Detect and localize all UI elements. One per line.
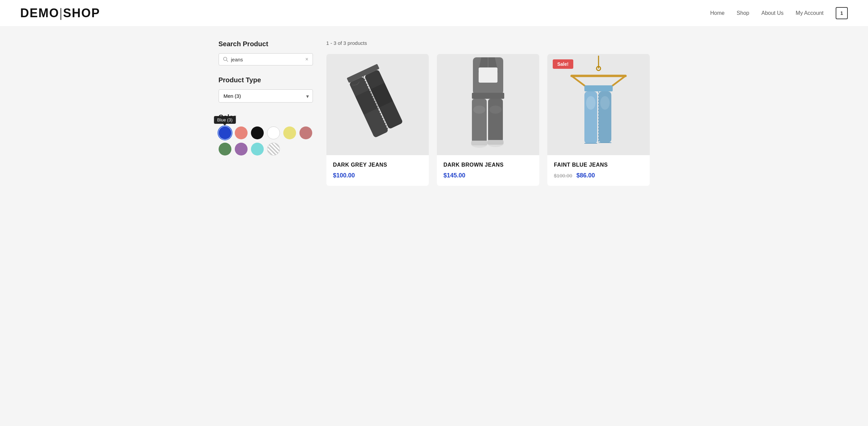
logo-part2: SHOP — [63, 6, 100, 20]
product-info-2: DARK BROWN JEANS $145.00 — [437, 155, 539, 186]
product-type-title: Product Type — [219, 76, 313, 84]
svg-point-13 — [489, 106, 501, 114]
logo[interactable]: DEMO|SHOP — [20, 6, 100, 20]
product-price-wrapper-3: $100.00 $86.00 — [554, 172, 643, 179]
product-price-sale-3: $86.00 — [576, 172, 595, 179]
svg-point-12 — [473, 106, 485, 114]
product-name-2: DARK BROWN JEANS — [443, 162, 532, 168]
svg-rect-10 — [472, 99, 487, 143]
search-input[interactable] — [231, 57, 303, 62]
product-card-2[interactable]: DARK BROWN JEANS $145.00 — [437, 54, 539, 186]
logo-part1: DEMO — [20, 6, 59, 20]
cart-button[interactable]: 1 — [836, 7, 848, 19]
product-info-3: FAINT BLUE JEANS $100.00 $86.00 — [547, 155, 650, 186]
product-card-3[interactable]: Sale! — [547, 54, 650, 186]
svg-rect-9 — [472, 93, 504, 99]
search-icon — [223, 57, 228, 62]
color-swatch-blue[interactable] — [219, 126, 231, 139]
product-type-wrapper: Men (3) Women (0) Kids (0) ▾ — [219, 89, 313, 103]
svg-rect-23 — [584, 85, 613, 91]
cart-count: 1 — [840, 10, 843, 16]
product-type-section: Product Type Men (3) Women (0) Kids (0) … — [219, 76, 313, 103]
search-clear-button[interactable]: × — [305, 56, 308, 62]
color-swatch-teal[interactable] — [251, 143, 264, 155]
search-section: Search Product × — [219, 40, 313, 65]
svg-rect-16 — [471, 141, 487, 145]
logo-pipe: | — [59, 6, 63, 20]
nav: Home Shop About Us My Account 1 — [710, 7, 848, 19]
color-swatch-white[interactable] — [267, 126, 280, 139]
main-layout: Search Product × Product Type Men (3) Wo… — [198, 27, 670, 199]
color-swatch-green[interactable] — [219, 143, 231, 155]
results-count: 1 - 3 of 3 products — [327, 40, 650, 46]
color-swatch-pattern[interactable] — [267, 143, 280, 155]
svg-rect-11 — [488, 99, 503, 142]
product-image-2 — [437, 54, 539, 155]
product-image-1 — [327, 54, 429, 155]
color-swatch-black[interactable] — [251, 126, 264, 139]
color-section-title: Color — [219, 113, 313, 121]
color-section: Color Blue (3) — [219, 113, 313, 155]
color-swatch-yellow[interactable] — [283, 126, 296, 139]
svg-line-1 — [226, 60, 228, 62]
search-section-title: Search Product — [219, 40, 313, 48]
svg-point-26 — [586, 96, 595, 110]
product-info-1: DARK GREY JEANS $100.00 — [327, 155, 429, 186]
header: DEMO|SHOP Home Shop About Us My Account … — [0, 0, 868, 27]
faint-blue-jeans-illustration — [565, 56, 632, 153]
color-swatches: Blue (3) — [219, 126, 313, 155]
product-name-3: FAINT BLUE JEANS — [554, 162, 643, 168]
dark-brown-jeans-illustration — [454, 56, 522, 153]
nav-shop[interactable]: Shop — [737, 10, 749, 16]
search-box: × — [219, 53, 313, 65]
color-swatch-purple[interactable] — [235, 143, 248, 155]
svg-rect-8 — [478, 67, 497, 83]
color-swatch-mauve[interactable] — [300, 126, 312, 139]
products-area: 1 - 3 of 3 products — [327, 40, 650, 186]
svg-rect-17 — [487, 140, 503, 145]
svg-line-21 — [571, 76, 585, 86]
sidebar: Search Product × Product Type Men (3) Wo… — [219, 40, 313, 186]
blue-swatch-wrapper: Blue (3) — [219, 126, 231, 139]
product-price-1: $100.00 — [333, 172, 422, 179]
product-price-original-3: $100.00 — [554, 173, 572, 178]
product-type-select[interactable]: Men (3) Women (0) Kids (0) — [219, 89, 313, 103]
products-grid: DARK GREY JEANS $100.00 — [327, 54, 650, 186]
nav-account[interactable]: My Account — [796, 10, 824, 16]
product-card-1[interactable]: DARK GREY JEANS $100.00 — [327, 54, 429, 186]
color-swatch-pink[interactable] — [235, 126, 248, 139]
svg-line-22 — [612, 76, 625, 86]
product-image-3: Sale! — [547, 54, 650, 155]
nav-about[interactable]: About Us — [761, 10, 783, 16]
dark-grey-jeans-illustration — [344, 61, 411, 148]
sale-badge: Sale! — [553, 59, 573, 69]
product-name-1: DARK GREY JEANS — [333, 162, 422, 168]
product-price-2: $145.00 — [443, 172, 532, 179]
nav-home[interactable]: Home — [710, 10, 724, 16]
svg-point-27 — [600, 96, 610, 110]
